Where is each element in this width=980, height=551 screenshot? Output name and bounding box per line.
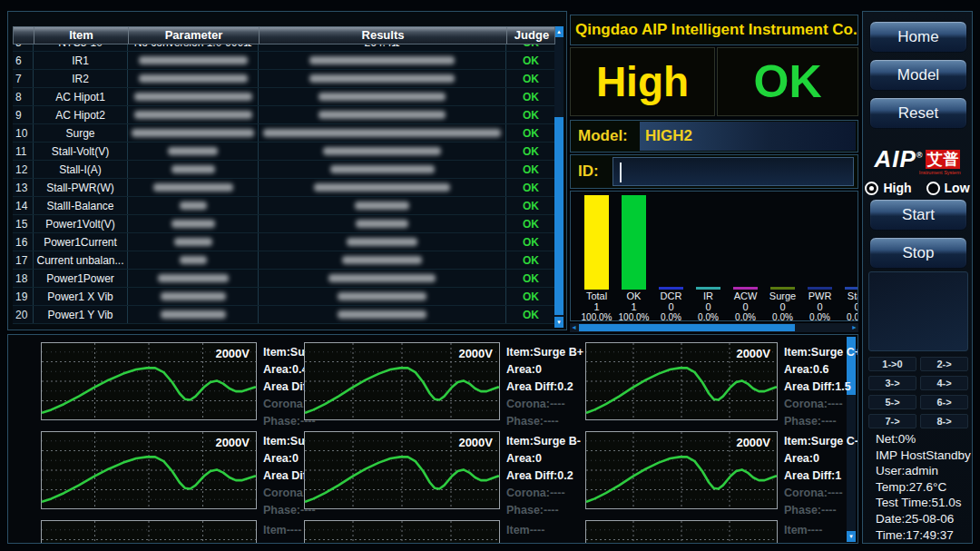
channel-button-8[interactable]: 8->: [920, 414, 968, 428]
row-number: 11: [13, 143, 34, 160]
surge-waveform-plot: 2000V: [304, 431, 500, 509]
judge-cell: OK: [506, 215, 555, 232]
table-row[interactable]: 10SurgeOK: [13, 124, 555, 143]
channel-button-4[interactable]: 4->: [920, 376, 968, 390]
status-line: Test Time:51.0s: [876, 495, 970, 511]
table-vertical-scrollbar[interactable]: ▲ ▼: [554, 26, 564, 328]
id-label: ID:: [571, 155, 611, 188]
table-row[interactable]: 12Stall-I(A)OK: [13, 161, 555, 179]
radio-icon[interactable]: [926, 182, 940, 195]
waveform-item-label: Item----: [784, 522, 858, 539]
waveform-info: Item:Surge B-Area:0Area Diff:0.2Corona:-…: [506, 431, 590, 519]
channel-button-2[interactable]: 2->: [920, 357, 968, 371]
registered-mark-icon: ®: [916, 151, 924, 160]
stat-label: Total: [586, 290, 607, 301]
radio-high[interactable]: High: [865, 181, 911, 195]
parameter-cell: No conversion 1.0-999Ω: [128, 44, 259, 51]
results-cell: [259, 306, 506, 323]
item-cell: Power1 X Vib: [34, 288, 128, 305]
table-row[interactable]: 7IR2OK: [13, 70, 555, 88]
volt-scale-label: 2000V: [458, 347, 493, 360]
waveform-area-label: Area:0: [506, 450, 590, 467]
table-row[interactable]: 20Power1 Y VibOK: [13, 306, 555, 324]
status-line: Net:0%: [876, 431, 970, 448]
channel-map-buttons: 1->02->3->4->5->6->7->8->: [868, 357, 968, 428]
stat-bar: [808, 287, 832, 290]
reset-button[interactable]: Reset: [869, 97, 967, 129]
start-button[interactable]: Start: [869, 199, 967, 231]
row-number: 18: [13, 270, 34, 287]
channel-button-1[interactable]: 1->0: [868, 357, 916, 371]
parameter-cell: [128, 106, 259, 123]
stat-column: OK1100.0%: [615, 195, 652, 321]
waveform-section: ▼ 2000VItem:Surge A+Area:0.4Area Diff:1.…: [7, 334, 858, 544]
item-cell: Power1Power: [34, 270, 128, 287]
model-button[interactable]: Model: [869, 59, 967, 91]
waveform-info: Item:Surge C-Area:0Area Diff:1Corona:---…: [784, 431, 858, 519]
table-row[interactable]: 8AC Hipot1OK: [13, 88, 555, 106]
item-cell: IR1: [34, 52, 128, 69]
surge-waveform-plot: 2000V: [304, 342, 500, 420]
stat-count: 0: [705, 301, 710, 312]
surge-waveform-plot: 2000V: [41, 431, 257, 509]
judge-cell: OK: [506, 233, 555, 251]
status-info-list: Net:0%IMP HostStandbyUser:adminTemp:27.6…: [876, 431, 970, 543]
table-row[interactable]: 11Stall-Volt(V)OK: [13, 143, 555, 161]
table-row[interactable]: 13Stall-PWR(W)OK: [13, 179, 555, 197]
stat-bar-zone: [838, 195, 858, 290]
home-button[interactable]: Home: [869, 21, 967, 53]
redacted-result: [309, 74, 455, 83]
table-header-row: Item Parameter Results Judge: [13, 26, 555, 44]
item-cell: IR2: [34, 70, 128, 87]
table-row[interactable]: 9AC Hipot2OK: [13, 106, 555, 124]
channel-button-3[interactable]: 3->: [868, 376, 916, 390]
redacted-result: [342, 256, 422, 264]
radio-label: High: [883, 181, 911, 195]
results-cell: [259, 233, 506, 251]
scroll-right-icon[interactable]: ►: [850, 323, 858, 332]
volt-scale-label: 2000V: [215, 436, 250, 449]
waveform-group: 2000VItem:Surge A-Area:0Area Diff:1Coron…: [41, 431, 347, 519]
table-scroll-thumb[interactable]: [554, 117, 564, 315]
id-input[interactable]: [612, 157, 854, 186]
row-number: 16: [13, 233, 34, 251]
judge-cell: OK: [506, 179, 555, 196]
status-line: Date:25-08-06: [876, 511, 970, 527]
radio-low[interactable]: Low: [926, 181, 970, 195]
judge-cell: OK: [506, 161, 555, 178]
table-row[interactable]: 19Power1 X VibOK: [13, 288, 555, 306]
status-line: User:admin: [876, 463, 970, 479]
model-select[interactable]: HIGH2: [640, 122, 856, 151]
table-header-parameter: Parameter: [129, 27, 260, 44]
channel-button-5[interactable]: 5->: [868, 395, 916, 409]
statistics-scroll-thumb[interactable]: [579, 324, 795, 331]
statistics-panel: Total1100.0%OK1100.0%DCR00.0%IR00.0%ACW0…: [570, 191, 858, 321]
surge-waveform-plot: 2000V: [585, 431, 778, 509]
table-row[interactable]: 18Power1PowerOK: [13, 270, 555, 288]
table-row[interactable]: 17Current unbalan...OK: [13, 251, 555, 270]
channel-button-7[interactable]: 7->: [868, 414, 916, 428]
waveform-group: 2000VItem:Surge C-Area:0Area Diff:1Coron…: [585, 431, 858, 519]
results-cell: [259, 143, 506, 160]
channel-button-6[interactable]: 6->: [920, 395, 968, 409]
table-row[interactable]: 6IR1OK: [13, 52, 555, 70]
parameter-cell: [128, 70, 259, 87]
table-row[interactable]: 16Power1CurrentOK: [13, 233, 555, 251]
redacted-result: [263, 129, 501, 137]
waveform-item-label: Item:Surge B-: [506, 433, 590, 450]
sidebar: Home Model Reset AIP® 艾普 Instrument Syst…: [862, 11, 973, 544]
statistics-horizontal-scrollbar[interactable]: ◄ ►: [570, 323, 858, 332]
radio-icon[interactable]: [865, 182, 878, 195]
results-cell: [259, 106, 506, 123]
scroll-left-icon[interactable]: ◄: [570, 323, 578, 332]
table-row[interactable]: 14StallI-BalanceOK: [13, 197, 555, 215]
row-number: 5: [13, 44, 34, 51]
results-cell: [259, 52, 506, 69]
stop-button[interactable]: Stop: [869, 237, 967, 269]
table-row[interactable]: 15Power1Volt(V)OK: [13, 215, 555, 233]
scroll-down-icon[interactable]: ▼: [554, 317, 564, 328]
stat-label: Surge: [769, 290, 796, 301]
results-cell: [259, 70, 506, 87]
stat-percent: 0.0%: [772, 312, 793, 321]
waveform-group-partial: Item----: [41, 520, 347, 544]
